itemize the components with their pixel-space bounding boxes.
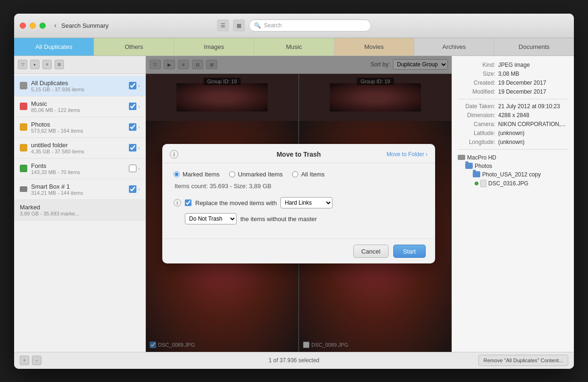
tab-music[interactable]: Music: [254, 38, 334, 56]
search-box: 🔍 Search: [249, 19, 371, 32]
radio-marked-items[interactable]: Marked Items: [174, 171, 220, 178]
close-button[interactable]: [20, 23, 26, 29]
remove-content-btn[interactable]: Remove "All Duplicates" Content...: [478, 355, 568, 366]
sidebar-expand-btn[interactable]: ▸: [30, 60, 40, 69]
folder-icon-photo-usa: [473, 171, 480, 177]
sidebar-item-marked: Marked 3,89 GB - 35.693 marke...: [14, 200, 145, 221]
sidebar-label-smart-box: Smart Box # 1: [31, 183, 83, 190]
sidebar-check-untitled-folder[interactable]: [129, 144, 136, 151]
latitude-label: Latitude:: [458, 130, 495, 136]
meta-longitude: Longitude: (unknown): [458, 139, 568, 145]
sidebar-chevron-smart-box[interactable]: ›: [138, 187, 140, 192]
back-button[interactable]: ‹: [51, 20, 59, 31]
sidebar-item-fonts[interactable]: Fonts 143,33 MB - 70 items ›: [14, 159, 145, 179]
sidebar-sub-untitled-folder: 4,35 GB - 37.580 items: [31, 149, 84, 154]
sidebar-img-btn[interactable]: ⊞: [55, 60, 64, 69]
grid-view-button[interactable]: ▦: [233, 19, 245, 32]
sidebar-sub-photos: 573,62 MB - 164 items: [31, 128, 83, 134]
statusbar-remove-btn[interactable]: −: [32, 356, 41, 365]
longitude-value: (unknown): [498, 139, 524, 145]
sidebar-list-btn[interactable]: ≡: [42, 60, 52, 69]
sidebar-check-smart-box[interactable]: [129, 185, 136, 193]
sidebar-items-list: All Duplicates 5,15 GB - 37.936 items ›: [14, 74, 145, 352]
modal-info-icon[interactable]: ℹ: [170, 150, 178, 159]
titlebar-center: ☰ ▦ 🔍 Search: [217, 19, 371, 32]
dimension-label: Dimension:: [458, 112, 495, 119]
sidebar-check-all-duplicates[interactable]: [129, 82, 136, 89]
content-area: ▽ ▶ ≡ ⊟ ⊞ Sort by: Duplicate Group: [146, 56, 452, 352]
camera-label: Camera:: [458, 121, 495, 127]
meta-divider-2: [458, 149, 568, 150]
meta-created: Created: 19 December 2017: [458, 80, 568, 86]
sidebar-item-smart-box[interactable]: Smart Box # 1 314,21 MB - 144 items ›: [14, 179, 145, 200]
move-to-folder-btn[interactable]: Move to Folder ›: [387, 151, 428, 158]
radio-unmarked-input[interactable]: [229, 171, 235, 177]
longitude-label: Longitude:: [458, 139, 495, 145]
meta-date-taken: Date Taken: 21 July 2012 at 09:10:23: [458, 103, 568, 110]
do-not-trash-select[interactable]: Do Not Trash Move to Trash: [185, 213, 237, 224]
date-taken-label: Date Taken:: [458, 103, 495, 110]
created-label: Created:: [458, 80, 495, 86]
ft-folder-photos: Photos: [458, 162, 568, 170]
search-placeholder: Search: [264, 22, 282, 29]
list-view-button[interactable]: ☰: [217, 19, 229, 32]
statusbar-selected-text: 1 of 37.936 selected: [269, 357, 319, 364]
tab-documents[interactable]: Documents: [494, 38, 574, 56]
window-title: Search Summary: [61, 22, 108, 29]
tab-all-duplicates[interactable]: All Duplicates: [14, 38, 94, 56]
tab-others[interactable]: Others: [94, 38, 174, 56]
search-icon: 🔍: [254, 22, 261, 29]
sidebar-check-music[interactable]: [129, 103, 136, 110]
sidebar-chevron-photos[interactable]: ›: [138, 125, 140, 130]
tab-movies[interactable]: Movies: [334, 38, 414, 56]
sidebar-item-photos[interactable]: Photos 573,62 MB - 164 items ›: [14, 117, 145, 138]
disk-icon: [458, 155, 465, 160]
radio-all-items[interactable]: All Items: [292, 171, 325, 178]
titlebar: ‹ Search Summary ☰ ▦ 🔍 Search: [14, 14, 574, 38]
sidebar-sub-smart-box: 314,21 MB - 144 items: [31, 190, 83, 196]
modal-body: Marked Items Unmarked Items All Items: [162, 163, 435, 239]
minimize-button[interactable]: [30, 23, 36, 29]
replace-checkbox[interactable]: [185, 199, 191, 206]
sidebar-toolbar: ▽ ▸ ≡ ⊞: [14, 56, 145, 74]
sidebar-filter-btn[interactable]: ▽: [18, 60, 27, 69]
statusbar-add-btn[interactable]: +: [20, 356, 29, 365]
hard-links-select[interactable]: Hard Links Symbolic Links Aliases: [280, 197, 333, 208]
modified-label: Modified:: [458, 88, 495, 95]
sidebar: ▽ ▸ ≡ ⊞ All Duplicates 5,15 GB - 37.936 …: [14, 56, 146, 352]
cancel-button[interactable]: Cancel: [353, 245, 388, 258]
modal-info-icon-sm: ℹ: [174, 199, 181, 207]
tab-archives[interactable]: Archives: [414, 38, 494, 56]
sidebar-item-untitled-folder[interactable]: untitled folder 4,35 GB - 37.580 items ›: [14, 138, 145, 159]
sidebar-chevron-music[interactable]: ›: [138, 104, 140, 109]
meta-divider-1: [458, 99, 568, 99]
sidebar-check-photos[interactable]: [129, 123, 136, 131]
sidebar-label-marked: Marked: [20, 204, 79, 211]
right-panel: Kind: JPEG image Size: 3,08 MB Created: …: [452, 56, 574, 352]
start-button[interactable]: Start: [393, 245, 426, 258]
sidebar-chevron-untitled-folder[interactable]: ›: [138, 145, 140, 151]
sidebar-check-fonts[interactable]: [129, 165, 136, 172]
sidebar-icon-all-duplicates: [20, 82, 27, 89]
sidebar-icon-music: [20, 103, 27, 110]
radio-marked-input[interactable]: [174, 171, 180, 177]
radio-unmarked-items[interactable]: Unmarked Items: [229, 171, 283, 178]
meta-kind: Kind: JPEG image: [458, 62, 568, 68]
meta-dimension: Dimension: 4288 x 2848: [458, 112, 568, 119]
latitude-value: (unknown): [498, 130, 524, 136]
sidebar-label-photos: Photos: [31, 121, 83, 128]
meta-latitude: Latitude: (unknown): [458, 130, 568, 136]
radio-all-input[interactable]: [292, 171, 298, 177]
sidebar-chevron-all-duplicates[interactable]: ›: [138, 83, 140, 88]
sidebar-chevron-fonts[interactable]: ›: [138, 166, 140, 171]
sidebar-label-music: Music: [31, 100, 80, 107]
sidebar-sub-marked: 3,89 GB - 35.693 marke...: [20, 211, 79, 216]
ft-folder-photo-usa: Photo_USA_2012 copy: [458, 170, 568, 179]
traffic-lights: [20, 23, 46, 29]
sidebar-item-music[interactable]: Music 85,06 MB - 122 items ›: [14, 96, 145, 117]
sidebar-item-all-duplicates[interactable]: All Duplicates 5,15 GB - 37.936 items ›: [14, 76, 145, 96]
tab-bar: All Duplicates Others Images Music Movie…: [14, 38, 574, 56]
maximize-button[interactable]: [40, 23, 46, 29]
camera-value: NIKON CORPORATION,...: [498, 121, 565, 127]
tab-images[interactable]: Images: [174, 38, 254, 56]
